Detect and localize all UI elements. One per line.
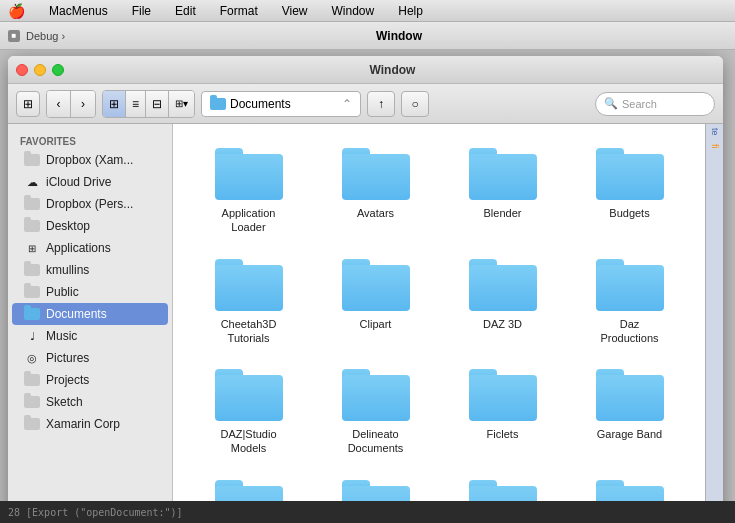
code-text: 28 [Export ("openDocument:")] <box>8 507 183 518</box>
file-item-clipart[interactable]: Clipart <box>316 251 435 354</box>
file-grid: Application Loader Avatars Blender <box>173 124 705 506</box>
window-title-top: Window <box>376 29 422 43</box>
xamarin-corp-icon <box>24 416 40 432</box>
kmullins-icon <box>24 262 40 278</box>
view-buttons: ⊞ ≡ ⊟ ⊞▾ <box>102 90 195 118</box>
sidebar-item-music[interactable]: ♩ Music <box>12 325 168 347</box>
back-button[interactable]: ‹ <box>47 91 71 117</box>
sidebar-item-label: Public <box>46 285 79 299</box>
sidebar-item-label: Sketch <box>46 395 83 409</box>
sidebar-item-xamarin-corp[interactable]: Xamarin Corp <box>12 413 168 435</box>
file-item-budgets[interactable]: Budgets <box>570 140 689 243</box>
menu-view[interactable]: View <box>278 4 312 18</box>
sidebar-item-desktop[interactable]: Desktop <box>12 215 168 237</box>
sidebar-item-dropbox-xam[interactable]: Dropbox (Xam... <box>12 149 168 171</box>
menubar: 🍎 MacMenus File Edit Format View Window … <box>0 0 735 22</box>
sidebar-item-label: Dropbox (Pers... <box>46 197 133 211</box>
file-label: DAZ 3D <box>483 317 522 331</box>
applications-icon: ⊞ <box>24 240 40 256</box>
folder-icon <box>342 369 410 421</box>
menu-edit[interactable]: Edit <box>171 4 200 18</box>
sidebar: Favorites Dropbox (Xam... ☁ iCloud Drive… <box>8 124 173 506</box>
location-folder-icon <box>210 98 226 110</box>
location-label: Documents <box>230 97 291 111</box>
nav-buttons: ‹ › <box>46 90 96 118</box>
file-item-ficlets[interactable]: Ficlets <box>443 361 562 464</box>
sidebar-item-label: Pictures <box>46 351 89 365</box>
sidebar-item-label: kmullins <box>46 263 89 277</box>
share-button[interactable]: ↑ <box>367 91 395 117</box>
projects-icon <box>24 372 40 388</box>
menu-help[interactable]: Help <box>394 4 427 18</box>
maximize-button[interactable] <box>52 64 64 76</box>
file-item-blender[interactable]: Blender <box>443 140 562 243</box>
sidebar-item-applications[interactable]: ⊞ Applications <box>12 237 168 259</box>
sidebar-item-projects[interactable]: Projects <box>12 369 168 391</box>
list-view-button[interactable]: ≡ <box>126 91 146 117</box>
apple-menu[interactable]: 🍎 <box>8 3 25 19</box>
dropbox-xam-icon <box>24 152 40 168</box>
close-button[interactable] <box>16 64 28 76</box>
column-view-button[interactable]: ⊟ <box>146 91 169 117</box>
folder-icon <box>342 148 410 200</box>
sidebar-item-sketch[interactable]: Sketch <box>12 391 168 413</box>
sidebar-item-label: Desktop <box>46 219 90 233</box>
sidebar-toggle-button[interactable]: ⊞ <box>16 91 40 117</box>
folder-icon <box>342 259 410 311</box>
file-label: Daz Productions <box>590 317 670 346</box>
folder-icon <box>469 259 537 311</box>
sidebar-item-pictures[interactable]: ◎ Pictures <box>12 347 168 369</box>
sidebar-item-dropbox-pers[interactable]: Dropbox (Pers... <box>12 193 168 215</box>
file-label: Blender <box>484 206 522 220</box>
sidebar-item-icloud-drive[interactable]: ☁ iCloud Drive <box>12 171 168 193</box>
coverflow-view-button[interactable]: ⊞▾ <box>169 91 194 117</box>
folder-icon <box>215 148 283 200</box>
folder-icon <box>469 369 537 421</box>
sidebar-item-label: Documents <box>46 307 107 321</box>
file-label: Budgets <box>609 206 649 220</box>
sidebar-item-label: Xamarin Corp <box>46 417 120 431</box>
file-item-cheetah3d[interactable]: Cheetah3DTutorials <box>189 251 308 354</box>
folder-icon <box>469 148 537 200</box>
main-content: Favorites Dropbox (Xam... ☁ iCloud Drive… <box>8 124 723 506</box>
file-item-daz-3d[interactable]: DAZ 3D <box>443 251 562 354</box>
finder-window: Window ⊞ ‹ › ⊞ ≡ ⊟ ⊞▾ <box>8 56 723 523</box>
search-box[interactable]: 🔍 Search <box>595 92 715 116</box>
debug-stop[interactable]: ■ <box>8 30 20 42</box>
debug-scheme: Debug › <box>26 30 65 42</box>
menu-file[interactable]: File <box>128 4 155 18</box>
sidebar-item-public[interactable]: Public <box>12 281 168 303</box>
file-label: Garage Band <box>597 427 662 441</box>
sidebar-item-label: iCloud Drive <box>46 175 111 189</box>
sidebar-item-documents[interactable]: Documents <box>12 303 168 325</box>
sidebar-item-kmullins[interactable]: kmullins <box>12 259 168 281</box>
side-strip-te[interactable]: te <box>710 128 720 136</box>
folder-icon <box>596 369 664 421</box>
location-bar[interactable]: Documents ⌃ <box>201 91 361 117</box>
menu-format[interactable]: Format <box>216 4 262 18</box>
file-label: DAZ|Studio Models <box>209 427 289 456</box>
titlebar: Window <box>8 56 723 84</box>
file-item-application-loader[interactable]: Application Loader <box>189 140 308 243</box>
file-label: Ficlets <box>487 427 519 441</box>
file-label: DelineatoDocuments <box>348 427 404 456</box>
window-title: Window <box>370 63 416 77</box>
file-item-daz-studio[interactable]: DAZ|Studio Models <box>189 361 308 464</box>
tag-button[interactable]: ○ <box>401 91 429 117</box>
file-item-avatars[interactable]: Avatars <box>316 140 435 243</box>
icon-view-button[interactable]: ⊞ <box>103 91 126 117</box>
minimize-button[interactable] <box>34 64 46 76</box>
toolbar: ⊞ ‹ › ⊞ ≡ ⊟ ⊞▾ Documents <box>8 84 723 124</box>
file-item-daz-productions[interactable]: Daz Productions <box>570 251 689 354</box>
file-item-delineato[interactable]: DelineatoDocuments <box>316 361 435 464</box>
file-item-garage-band[interactable]: Garage Band <box>570 361 689 464</box>
sidebar-item-label: Dropbox (Xam... <box>46 153 133 167</box>
pictures-icon: ◎ <box>24 350 40 366</box>
side-strip-fi[interactable]: fi <box>710 144 720 149</box>
menu-window[interactable]: Window <box>328 4 379 18</box>
icloud-icon: ☁ <box>24 174 40 190</box>
code-strip: 28 [Export ("openDocument:")] <box>0 501 735 523</box>
forward-button[interactable]: › <box>71 91 95 117</box>
search-icon: 🔍 <box>604 97 618 110</box>
menu-macmenus[interactable]: MacMenus <box>45 4 112 18</box>
